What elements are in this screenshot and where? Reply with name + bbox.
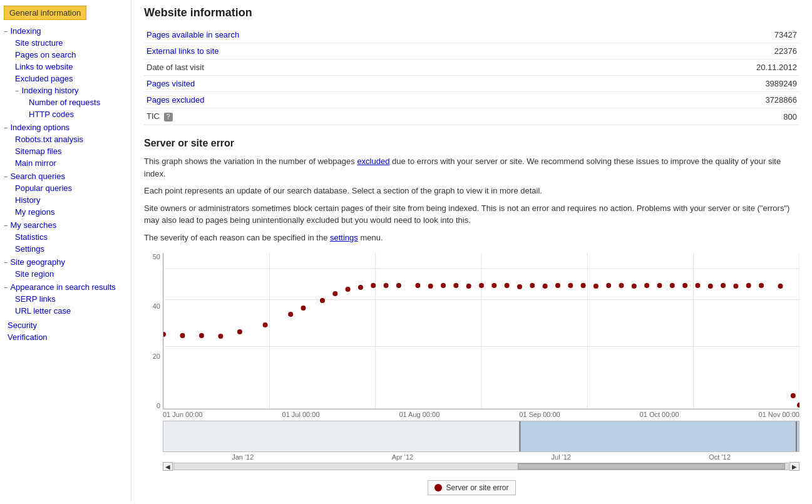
sidebar-link-search-queries[interactable]: Search queries bbox=[10, 172, 64, 181]
sidebar-item-popular-queries[interactable]: Popular queries bbox=[9, 182, 131, 194]
legend-dot bbox=[434, 484, 442, 491]
sidebar-item-my-regions[interactable]: My regions bbox=[9, 206, 131, 218]
sidebar-item-pages-on-search[interactable]: Pages on search bbox=[9, 49, 131, 61]
overview-label-jan: Jan '12 bbox=[232, 453, 254, 461]
svg-point-39 bbox=[581, 283, 586, 288]
sidebar-link-appearance[interactable]: Appearance in search results bbox=[10, 282, 115, 292]
excluded-link[interactable]: excluded bbox=[357, 157, 389, 166]
chart-wrapper: 50 40 20 0 bbox=[144, 253, 799, 409]
indexing-history-children: Number of requests HTTP codes bbox=[11, 96, 131, 120]
y-label-50: 50 bbox=[153, 253, 160, 260]
scrollbar-track[interactable] bbox=[173, 463, 789, 470]
svg-point-49 bbox=[708, 284, 713, 289]
svg-point-18 bbox=[301, 306, 306, 311]
settings-link[interactable]: settings bbox=[330, 233, 358, 242]
sidebar-item-number-of-requests[interactable]: Number of requests bbox=[23, 96, 131, 108]
overview-label-jul: Jul '12 bbox=[552, 453, 571, 461]
svg-point-12 bbox=[180, 333, 185, 338]
pages-available-label[interactable]: Pages available in search bbox=[144, 27, 749, 43]
expand-icon-search-queries: − bbox=[4, 173, 8, 180]
sidebar-item-links-to-website[interactable]: Links to website bbox=[9, 61, 131, 73]
svg-point-36 bbox=[543, 284, 548, 289]
indexing-options-children: Robots.txt analysis Sitemap files Main m… bbox=[0, 133, 131, 169]
main-content: Website information Pages available in s… bbox=[131, 0, 812, 501]
expand-icon-my-searches: − bbox=[4, 222, 8, 229]
scroll-left-button[interactable]: ◀ bbox=[163, 462, 173, 471]
svg-point-38 bbox=[568, 283, 573, 288]
y-label-40: 40 bbox=[153, 302, 160, 310]
pages-available-value: 73427 bbox=[749, 27, 799, 43]
sidebar-link-indexing-history[interactable]: Indexing history bbox=[21, 86, 78, 95]
svg-point-56 bbox=[797, 403, 799, 408]
svg-point-22 bbox=[358, 285, 363, 290]
sidebar-item-robots-txt[interactable]: Robots.txt analysis bbox=[9, 133, 131, 145]
last-visit-value: 20.11.2012 bbox=[749, 59, 799, 76]
overview-svg bbox=[163, 421, 799, 451]
svg-point-35 bbox=[530, 283, 535, 288]
expand-icon-appearance: − bbox=[4, 284, 8, 291]
general-info-button[interactable]: General information bbox=[4, 6, 86, 20]
table-row: Pages visited 3989249 bbox=[144, 76, 799, 92]
x-label-jul: 01 Jul 00:00 bbox=[282, 411, 320, 418]
svg-point-24 bbox=[384, 283, 389, 288]
sidebar-item-history[interactable]: History bbox=[9, 194, 131, 206]
sidebar-item-url-letter-case[interactable]: URL letter case bbox=[9, 305, 131, 317]
x-axis-labels: 01 Jun 00:00 01 Jul 00:00 01 Aug 00:00 0… bbox=[163, 411, 799, 418]
external-links-label[interactable]: External links to site bbox=[144, 43, 749, 59]
pages-visited-value: 3989249 bbox=[749, 76, 799, 92]
scrollbar-thumb[interactable] bbox=[518, 463, 785, 470]
pages-excluded-label[interactable]: Pages excluded bbox=[144, 92, 749, 108]
sidebar-link-indexing[interactable]: Indexing bbox=[10, 26, 41, 36]
section-title: Server or site error bbox=[144, 138, 799, 149]
table-row: Date of last visit 20.11.2012 bbox=[144, 59, 799, 76]
tic-help-icon[interactable]: ? bbox=[164, 113, 173, 121]
x-label-aug: 01 Aug 00:00 bbox=[399, 411, 439, 418]
indexing-children: Site structure Pages on search Links to … bbox=[0, 37, 131, 120]
table-row: Pages available in search 73427 bbox=[144, 27, 799, 43]
sidebar-group-indexing[interactable]: − Indexing bbox=[0, 25, 131, 37]
chart-scrollbar-row: ◀ ▶ bbox=[163, 462, 799, 471]
description-2: Each point represents an update of our s… bbox=[144, 185, 799, 197]
sidebar-item-settings[interactable]: Settings bbox=[9, 243, 131, 255]
sidebar-group-search-queries[interactable]: − Search queries bbox=[0, 170, 131, 182]
sidebar-item-site-structure[interactable]: Site structure bbox=[9, 37, 131, 49]
sidebar-group-indexing-options[interactable]: − Indexing options bbox=[0, 121, 131, 133]
sidebar-item-serp-links[interactable]: SERP links bbox=[9, 293, 131, 305]
svg-point-50 bbox=[721, 283, 726, 288]
svg-point-44 bbox=[644, 283, 649, 288]
sidebar-item-main-mirror[interactable]: Main mirror bbox=[9, 157, 131, 169]
sidebar-item-http-codes[interactable]: HTTP codes bbox=[23, 108, 131, 120]
sidebar-item-statistics[interactable]: Statistics bbox=[9, 231, 131, 243]
overview-chart[interactable] bbox=[163, 421, 799, 452]
tic-label: TIC ? bbox=[144, 108, 749, 125]
sidebar-item-sitemap-files[interactable]: Sitemap files bbox=[9, 145, 131, 157]
sidebar-link-site-geography[interactable]: Site geography bbox=[10, 257, 64, 267]
sidebar-link-indexing-options[interactable]: Indexing options bbox=[10, 123, 69, 132]
legend-label: Server or site error bbox=[446, 483, 508, 492]
sidebar-group-my-searches[interactable]: − My searches bbox=[0, 219, 131, 231]
my-searches-children: Statistics Settings bbox=[0, 231, 131, 255]
sidebar-group-appearance[interactable]: − Appearance in search results bbox=[0, 281, 131, 293]
scroll-right-button[interactable]: ▶ bbox=[789, 462, 799, 471]
sidebar: General information − Indexing Site stru… bbox=[0, 0, 131, 501]
svg-point-21 bbox=[346, 287, 351, 292]
sidebar-section-appearance: − Appearance in search results SERP link… bbox=[0, 281, 131, 317]
chart-main-area[interactable] bbox=[163, 253, 799, 409]
sidebar-item-excluded-pages[interactable]: Excluded pages bbox=[9, 73, 131, 85]
sidebar-item-verification[interactable]: Verification bbox=[4, 331, 131, 343]
pages-visited-label[interactable]: Pages visited bbox=[144, 76, 749, 92]
sidebar-item-security[interactable]: Security bbox=[4, 319, 131, 331]
expand-icon-indexing-options: − bbox=[4, 124, 8, 131]
overview-row bbox=[144, 421, 799, 452]
svg-point-33 bbox=[505, 283, 510, 288]
sidebar-item-site-region[interactable]: Site region bbox=[9, 268, 131, 280]
svg-rect-58 bbox=[519, 421, 520, 451]
sidebar-link-my-searches[interactable]: My searches bbox=[10, 220, 56, 230]
svg-point-29 bbox=[453, 283, 458, 288]
y-axis: 50 40 20 0 bbox=[144, 253, 163, 409]
svg-point-41 bbox=[606, 283, 611, 288]
website-info-table: Pages available in search 73427 External… bbox=[144, 27, 799, 125]
svg-rect-57 bbox=[519, 421, 799, 451]
subgroup-header-indexing-history[interactable]: − Indexing history bbox=[11, 85, 131, 96]
sidebar-group-site-geography[interactable]: − Site geography bbox=[0, 256, 131, 268]
